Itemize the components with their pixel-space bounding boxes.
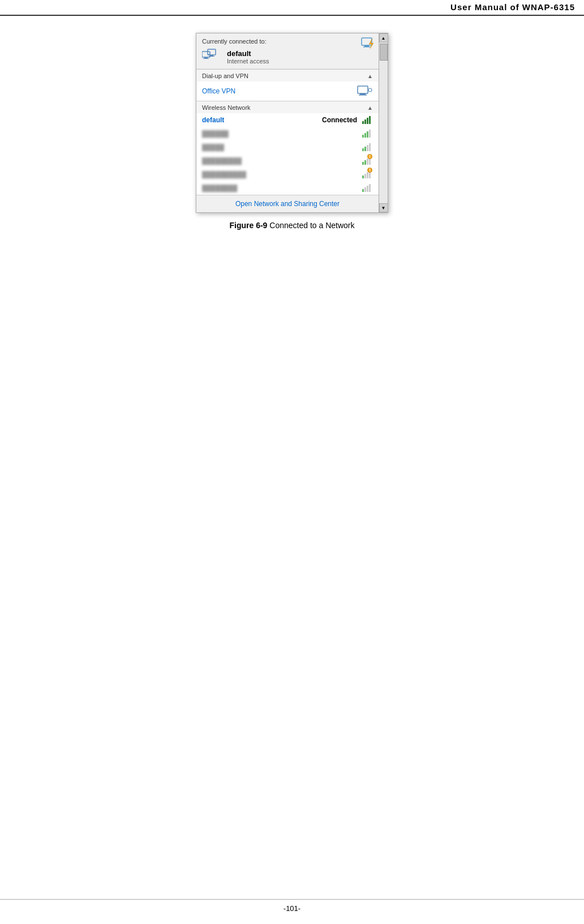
wifi-signal-med-icon — [362, 143, 373, 152]
svg-rect-39 — [369, 184, 371, 192]
network-status-icon — [360, 37, 376, 50]
svg-rect-2 — [363, 46, 370, 48]
svg-rect-11 — [358, 86, 368, 93]
document-title: User Manual of WNAP-6315 — [450, 2, 575, 12]
wifi-row-5[interactable]: ████████ — [196, 181, 379, 195]
wifi-signal-full-icon — [362, 116, 373, 125]
wifi-row-right-default: Connected — [322, 116, 373, 125]
wifi-name-blurred-5[interactable]: ████████ — [202, 185, 237, 191]
vpn-name[interactable]: Office VPN — [202, 87, 235, 95]
wifi-connected-label: Connected — [322, 116, 357, 124]
svg-rect-29 — [364, 160, 366, 165]
svg-rect-18 — [367, 118, 368, 124]
svg-rect-36 — [362, 189, 364, 192]
wifi-name-blurred-1[interactable]: ██████ — [202, 130, 229, 137]
svg-rect-5 — [204, 57, 208, 58]
svg-rect-22 — [367, 131, 368, 138]
page-footer: -101- — [0, 899, 584, 913]
page-header: User Manual of WNAP-6315 — [0, 0, 584, 16]
svg-rect-6 — [203, 58, 209, 59]
wifi-name-default[interactable]: default — [202, 116, 224, 124]
scrollbar-arrow-down[interactable]: ▼ — [379, 203, 388, 212]
wifi-name-blurred-2[interactable]: █████ — [202, 144, 224, 151]
connected-header-section: Currently connected to: — [196, 33, 379, 69]
svg-rect-30 — [367, 159, 368, 165]
network-popup: Currently connected to: — [196, 33, 388, 213]
wifi-row-4[interactable]: ██████████ ! — [196, 168, 379, 181]
wifi-signal-full-dim-icon — [362, 129, 373, 138]
popup-scroll-content: Currently connected to: — [196, 33, 379, 212]
svg-rect-17 — [364, 119, 366, 124]
dialup-chevron-icon: ▲ — [367, 73, 373, 79]
svg-point-14 — [368, 88, 372, 92]
connected-network-name: default — [227, 49, 269, 58]
svg-rect-21 — [364, 133, 366, 138]
svg-rect-38 — [367, 186, 368, 192]
svg-rect-37 — [364, 187, 366, 192]
connected-network-access: Internet access — [227, 58, 269, 65]
svg-rect-25 — [364, 147, 366, 151]
wifi-row-1[interactable]: ██████ — [196, 127, 379, 140]
wireless-chevron-icon: ▲ — [367, 105, 373, 111]
wifi-signal-low-icon — [362, 183, 373, 192]
connected-network-info: default Internet access — [227, 49, 269, 65]
svg-rect-28 — [362, 162, 364, 165]
wifi-row-2[interactable]: █████ — [196, 140, 379, 154]
dialup-section-header: Dial-up and VPN ▲ — [196, 69, 379, 82]
dialup-section-label: Dial-up and VPN — [202, 72, 248, 79]
wifi-row-default[interactable]: default Connected — [196, 113, 379, 127]
vpn-icon — [357, 84, 373, 98]
svg-rect-33 — [364, 174, 366, 178]
connected-header-text: Currently connected to: — [202, 38, 373, 45]
popup-scrollbar[interactable]: ▲ ▼ — [379, 33, 388, 212]
svg-rect-16 — [362, 121, 364, 124]
page-number: -101- — [284, 904, 300, 913]
svg-rect-13 — [359, 95, 367, 96]
open-network-sharing-center-button[interactable]: Open Network and Sharing Center — [196, 195, 379, 212]
svg-rect-24 — [362, 148, 364, 151]
wifi-row-3[interactable]: █████████ ! — [196, 154, 379, 168]
svg-rect-20 — [362, 135, 364, 138]
wifi-signal-warn2-icon: ! — [362, 170, 373, 179]
computer-network-icon — [202, 48, 222, 65]
svg-rect-23 — [369, 130, 371, 138]
svg-rect-34 — [367, 172, 368, 178]
svg-rect-27 — [369, 143, 371, 151]
main-content: Currently connected to: — [0, 16, 584, 230]
svg-rect-19 — [369, 116, 371, 124]
figure-caption: Figure 6-9 Connected to a Network — [230, 221, 355, 230]
wifi-signal-warn-icon: ! — [362, 156, 373, 165]
popup-inner: Currently connected to: — [196, 33, 388, 212]
svg-rect-32 — [362, 176, 364, 178]
scrollbar-arrow-up[interactable]: ▲ — [379, 33, 388, 42]
wireless-section-label: Wireless Network — [202, 104, 251, 111]
svg-rect-26 — [367, 145, 368, 151]
wifi-name-blurred-4[interactable]: ██████████ — [202, 171, 246, 178]
connected-network-row: default Internet access — [202, 48, 373, 65]
figure-label: Figure 6-9 — [230, 221, 268, 230]
svg-rect-8 — [210, 55, 213, 56]
svg-rect-12 — [360, 93, 366, 95]
figure-description: Connected to a Network — [269, 221, 354, 230]
svg-rect-1 — [364, 45, 369, 46]
scrollbar-thumb[interactable] — [380, 44, 388, 61]
wifi-name-blurred-3[interactable]: █████████ — [202, 157, 242, 164]
svg-rect-9 — [209, 56, 214, 57]
wireless-section-header: Wireless Network ▲ — [196, 101, 379, 113]
vpn-row[interactable]: Office VPN — [196, 82, 379, 101]
